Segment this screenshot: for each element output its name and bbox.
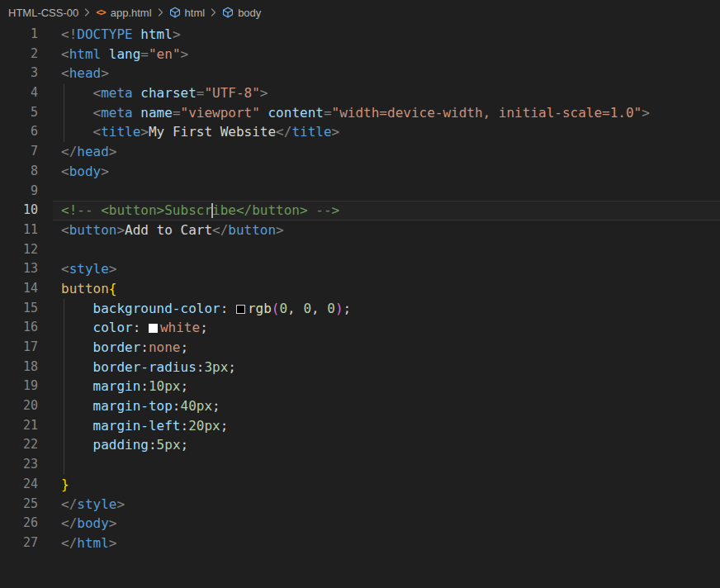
code-line[interactable]: <!DOCTYPE html>	[38, 25, 720, 45]
editor[interactable]: 1<!DOCTYPE html>2<html lang="en">3<head>…	[0, 25, 720, 553]
line-number[interactable]: 24	[0, 475, 38, 495]
code-token: <	[93, 105, 102, 121]
line-number[interactable]: 22	[0, 435, 38, 455]
line-number[interactable]: 5	[0, 103, 38, 123]
symbol-cube-icon	[169, 7, 181, 18]
code-line[interactable]: padding:5px;	[38, 435, 720, 455]
line-number[interactable]: 12	[0, 240, 38, 260]
code-token: </	[61, 144, 77, 159]
code-line-row: 16 color: white;	[0, 318, 720, 338]
code-line[interactable]: <style>	[38, 259, 720, 279]
code-line-row: 6 <title>My First Website</title>	[0, 122, 720, 142]
code-token: )	[335, 301, 343, 316]
code-token: 40px	[181, 398, 213, 414]
line-number[interactable]: 18	[0, 358, 38, 377]
code-line[interactable]: <button>Add to Cart</button>	[38, 220, 720, 240]
code-line-row: 17 border:none;	[0, 338, 720, 358]
code-token: >	[109, 535, 117, 551]
line-number[interactable]: 7	[0, 142, 38, 162]
code-line[interactable]: }	[38, 475, 720, 495]
code-token: ;	[181, 339, 189, 355]
code-token: }	[61, 477, 69, 492]
line-number[interactable]: 13	[0, 259, 38, 279]
code-line[interactable]: <meta name="viewport" content="width=dev…	[38, 103, 720, 123]
code-token: ,	[287, 301, 303, 316]
code-token: margin-left	[61, 418, 181, 434]
code-token: >	[642, 105, 650, 121]
code-token: button	[69, 222, 117, 238]
code-token: none	[149, 339, 181, 355]
code-token: :	[181, 418, 189, 434]
line-number[interactable]: 11	[0, 220, 38, 240]
code-line[interactable]: <head>	[38, 64, 720, 83]
code-line[interactable]	[38, 240, 720, 260]
code-line[interactable]: </style>	[38, 495, 720, 514]
breadcrumb-separator-icon	[157, 7, 164, 17]
code-line[interactable]: background-color: rgb(0, 0, 0);	[38, 299, 720, 319]
line-number[interactable]: 27	[0, 533, 38, 553]
code-token: >	[140, 124, 149, 140]
line-number[interactable]: 6	[0, 122, 38, 142]
code-token: ;	[228, 359, 236, 375]
code-line[interactable]: <!-- <button>Subscribe</button> -->	[38, 201, 720, 220]
code-token: =	[324, 105, 332, 121]
breadcrumb-item-html[interactable]: html	[169, 7, 206, 19]
line-number[interactable]: 2	[0, 45, 38, 64]
breadcrumb-label: HTML-CSS-00	[8, 7, 78, 19]
code-line[interactable]: </head>	[38, 142, 720, 162]
code-line[interactable]: button{	[38, 279, 720, 299]
code-line[interactable]	[38, 455, 720, 475]
code-line-row: 24}	[0, 475, 720, 495]
line-number[interactable]: 14	[0, 279, 38, 299]
code-line[interactable]: margin:10px;	[38, 377, 720, 396]
code-line[interactable]: </html>	[38, 533, 720, 553]
line-number[interactable]: 23	[0, 455, 38, 475]
code-line-row: 13<style>	[0, 259, 720, 279]
line-number[interactable]: 17	[0, 338, 38, 358]
code-token: >	[116, 222, 125, 238]
code-token	[133, 105, 141, 121]
symbol-cube-icon	[222, 7, 234, 18]
code-line[interactable]: <html lang="en">	[38, 45, 720, 64]
line-number[interactable]: 26	[0, 514, 38, 533]
breadcrumb-item-app-html[interactable]: <>app.html	[96, 7, 151, 19]
line-number[interactable]: 21	[0, 416, 38, 436]
code-line[interactable]: margin-top:40px;	[38, 396, 720, 416]
line-number[interactable]: 10	[0, 201, 38, 220]
line-number[interactable]: 20	[0, 396, 38, 416]
code-token: html	[140, 26, 173, 42]
line-number[interactable]: 15	[0, 299, 38, 319]
line-number[interactable]: 25	[0, 495, 38, 514]
code-token: Add to Cart	[125, 222, 212, 238]
code-line[interactable]: color: white;	[38, 318, 720, 338]
line-number[interactable]: 3	[0, 64, 38, 83]
line-number[interactable]: 4	[0, 83, 38, 103]
code-line[interactable]: <title>My First Website</title>	[38, 122, 720, 142]
code-line[interactable]: </body>	[38, 514, 720, 533]
breadcrumb-item-body[interactable]: body	[222, 7, 261, 19]
breadcrumb-item-html-css-00[interactable]: HTML-CSS-00	[8, 7, 78, 19]
code-line-row: 21 margin-left:20px;	[0, 416, 720, 436]
color-swatch-black[interactable]	[236, 305, 245, 314]
code-token: ;	[181, 378, 189, 394]
code-line[interactable]: <body>	[38, 162, 720, 182]
line-number[interactable]: 8	[0, 162, 38, 182]
code-token: <	[61, 65, 69, 81]
code-line[interactable]: <meta charset="UTF-8">	[38, 83, 720, 103]
code-line[interactable]: border:none;	[38, 338, 720, 358]
line-number[interactable]: 1	[0, 25, 38, 45]
code-token: "UTF-8"	[204, 85, 259, 101]
code-token: 0	[303, 301, 311, 316]
code-line[interactable]: border-radius:3px;	[38, 358, 720, 377]
line-number[interactable]: 16	[0, 318, 38, 338]
color-swatch-white[interactable]	[149, 324, 158, 333]
code-line[interactable]: margin-left:20px;	[38, 416, 720, 436]
code-line[interactable]	[38, 182, 720, 202]
code-token: =	[197, 85, 205, 101]
breadcrumb-label: app.html	[111, 7, 152, 19]
line-number[interactable]: 19	[0, 377, 38, 396]
code-token: meta	[101, 105, 133, 121]
code-token: <	[61, 164, 69, 179]
code-token: </	[212, 222, 228, 238]
line-number[interactable]: 9	[0, 182, 38, 202]
